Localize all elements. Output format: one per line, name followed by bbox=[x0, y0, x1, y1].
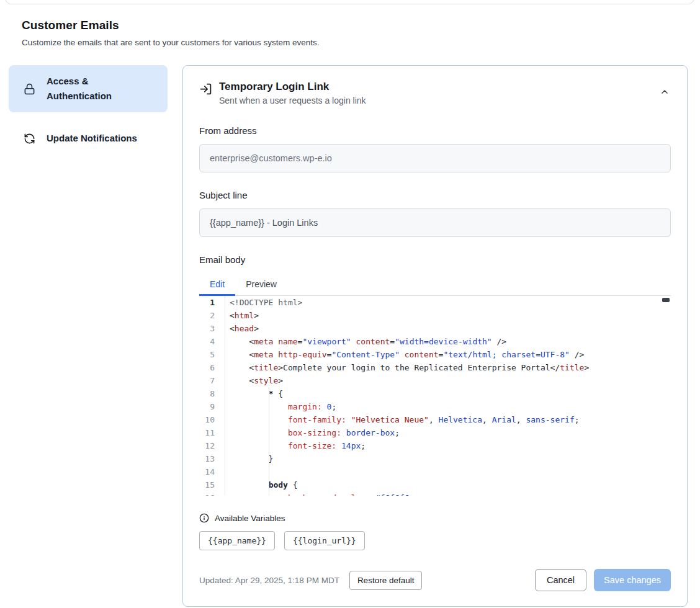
sidebar-item-label: Update Notifications bbox=[47, 131, 137, 146]
code-line: 2<html> bbox=[199, 309, 671, 322]
code-line: 9 margin: 0; bbox=[199, 400, 671, 413]
code-line: 1<!DOCTYPE html> bbox=[199, 296, 671, 309]
updated-timestamp: Updated: Apr 29, 2025, 1:18 PM MDT bbox=[199, 576, 339, 585]
login-icon bbox=[199, 83, 212, 98]
code-line: 3<head> bbox=[199, 322, 671, 335]
editor-tabs: Edit Preview bbox=[199, 272, 671, 296]
refresh-icon bbox=[24, 133, 35, 145]
chevron-up-icon bbox=[660, 87, 670, 99]
email-settings-card: Temporary Login Link Sent when a user re… bbox=[182, 65, 688, 607]
code-line: 11 box-sizing: border-box; bbox=[199, 426, 671, 439]
code-editor[interactable]: 1<!DOCTYPE html>2<html>3<head>4 <meta na… bbox=[199, 296, 671, 496]
code-line: 8 * { bbox=[199, 387, 671, 400]
cancel-button[interactable]: Cancel bbox=[535, 569, 586, 591]
sidebar-item-update-notifications[interactable]: Update Notifications bbox=[9, 122, 168, 154]
top-panel-edge bbox=[5, 0, 694, 4]
code-lines: 1<!DOCTYPE html>2<html>3<head>4 <meta na… bbox=[199, 296, 671, 496]
code-line: 16 background-color: #f6f6f6; bbox=[199, 491, 671, 496]
code-line: 15 body { bbox=[199, 478, 671, 491]
sidebar-item-access-authentication[interactable]: Access & Authentication bbox=[9, 65, 168, 112]
editor-scrollbar-thumb[interactable] bbox=[662, 298, 670, 302]
code-line: 6 <title>Complete your login to the Repl… bbox=[199, 361, 671, 374]
code-line: 7 <style> bbox=[199, 374, 671, 387]
code-line: 4 <meta name="viewport" content="width=d… bbox=[199, 335, 671, 348]
email-body-label: Email body bbox=[199, 254, 671, 265]
card-footer: Updated: Apr 29, 2025, 1:18 PM MDT Resto… bbox=[199, 569, 671, 591]
info-icon bbox=[199, 513, 209, 523]
available-variables-section: Available Variables {{app_name}} {{login… bbox=[199, 513, 671, 550]
save-changes-button[interactable]: Save changes bbox=[594, 569, 671, 591]
page-header: Customer Emails Customize the emails tha… bbox=[0, 0, 700, 47]
lock-icon bbox=[24, 83, 35, 95]
code-line: 10 font-family: "Helvetica Neue", Helvet… bbox=[199, 413, 671, 426]
sidebar: Access & Authentication Update Notificat… bbox=[9, 65, 168, 154]
variable-chip-app-name[interactable]: {{app_name}} bbox=[199, 531, 275, 550]
code-line: 14 bbox=[199, 465, 671, 478]
variable-chip-login-url[interactable]: {{login_url}} bbox=[284, 531, 365, 550]
restore-default-button[interactable]: Restore default bbox=[349, 571, 423, 590]
code-line: 13 } bbox=[199, 452, 671, 465]
indent-guide bbox=[269, 387, 269, 496]
from-address-label: From address bbox=[199, 125, 671, 136]
available-variables-label: Available Variables bbox=[215, 514, 285, 523]
page-title: Customer Emails bbox=[22, 19, 678, 32]
gutter-separator bbox=[225, 296, 225, 496]
page-subtitle: Customize the emails that are sent to yo… bbox=[22, 38, 678, 47]
collapse-button[interactable] bbox=[658, 86, 671, 100]
code-line: 5 <meta http-equiv="Content-Type" conten… bbox=[199, 348, 671, 361]
card-subtitle: Sent when a user requests a login link bbox=[219, 96, 366, 105]
card-title: Temporary Login Link bbox=[219, 81, 366, 93]
code-line: 12 font-size: 14px; bbox=[199, 439, 671, 452]
from-address-input[interactable] bbox=[199, 144, 671, 172]
subject-line-input[interactable] bbox=[199, 208, 671, 237]
sidebar-item-label: Access & Authentication bbox=[47, 74, 155, 104]
tab-edit[interactable]: Edit bbox=[199, 272, 235, 296]
tab-preview[interactable]: Preview bbox=[235, 272, 287, 296]
subject-line-label: Subject line bbox=[199, 190, 671, 200]
card-header: Temporary Login Link Sent when a user re… bbox=[199, 81, 671, 105]
